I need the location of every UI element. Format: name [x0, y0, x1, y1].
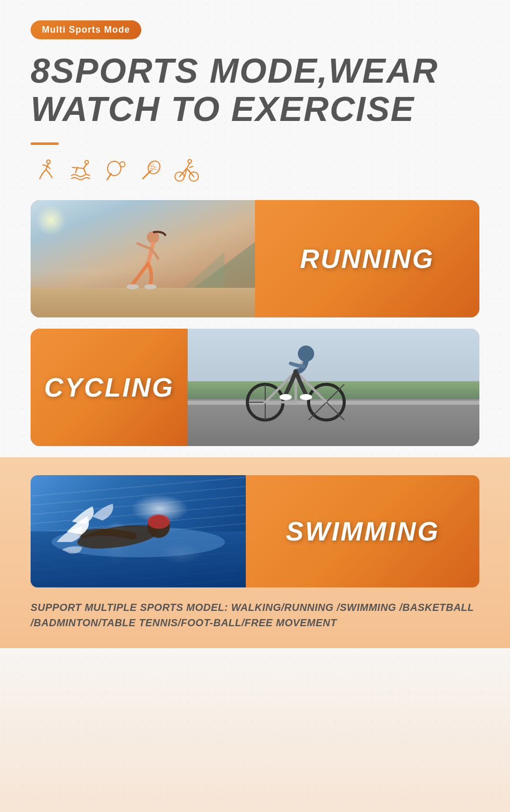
main-content: Multi Sports Mode 8SPORTS MODE,WEAR WATC…: [31, 20, 479, 648]
running-card: RUNNING: [31, 200, 479, 317]
svg-line-5: [46, 169, 49, 174]
running-card-text: RUNNING: [255, 200, 479, 317]
swimming-label: SWIMMING: [286, 516, 440, 547]
svg-line-2: [43, 165, 47, 166]
swimming-sport-icon: [66, 157, 93, 184]
svg-point-22: [188, 159, 192, 163]
svg-line-12: [84, 168, 86, 174]
swimming-card-text: SWIMMING: [246, 475, 479, 587]
svg-line-6: [40, 175, 42, 179]
swimming-card-image: [31, 475, 246, 587]
cycling-card-text: CYCLING: [31, 329, 188, 446]
swimming-card: SWIMMING: [31, 475, 479, 587]
svg-line-20: [149, 165, 157, 167]
running-sport-icon: [31, 157, 57, 184]
svg-point-43: [300, 394, 312, 400]
svg-point-42: [279, 394, 292, 400]
svg-point-32: [126, 284, 139, 289]
cycling-card: CYCLING: [31, 329, 479, 446]
running-svg-icon: [32, 158, 56, 183]
svg-line-30: [190, 166, 193, 167]
svg-line-9: [84, 164, 87, 168]
tabletennis-sport-icon: [102, 157, 129, 184]
divider: [31, 142, 59, 145]
cycling-label: CYCLING: [44, 372, 174, 403]
badge: Multi Sports Mode: [31, 20, 141, 39]
swimmer-figure: [41, 498, 235, 576]
cyclist-figure: [245, 341, 347, 423]
running-card-image: [31, 200, 255, 317]
svg-point-13: [108, 161, 121, 176]
sports-icons-row: [31, 157, 479, 184]
runner-figure: [122, 228, 173, 300]
svg-line-14: [107, 174, 111, 180]
tabletennis-svg-icon: [103, 158, 128, 183]
swimming-svg-icon: [67, 158, 92, 183]
svg-line-29: [187, 168, 190, 171]
svg-line-7: [49, 174, 52, 178]
svg-line-21: [149, 168, 158, 169]
svg-point-47: [147, 514, 170, 529]
support-text: SUPPORT MULTIPLE SPORTS MODEL: WALKING/R…: [31, 600, 479, 630]
running-label: RUNNING: [300, 243, 435, 274]
cycling-card-image: [188, 329, 479, 446]
badminton-sport-icon: [138, 157, 164, 184]
main-heading: 8SPORTS MODE,WEAR WATCH TO EXERCISE: [31, 52, 479, 128]
cycling-svg-icon: [174, 158, 199, 183]
cycling-sport-icon: [173, 157, 200, 184]
svg-point-15: [120, 162, 125, 167]
svg-line-4: [42, 169, 46, 175]
svg-point-33: [144, 284, 157, 289]
page-wrapper: Multi Sports Mode 8SPORTS MODE,WEAR WATC…: [0, 0, 510, 812]
badminton-svg-icon: [139, 158, 163, 183]
